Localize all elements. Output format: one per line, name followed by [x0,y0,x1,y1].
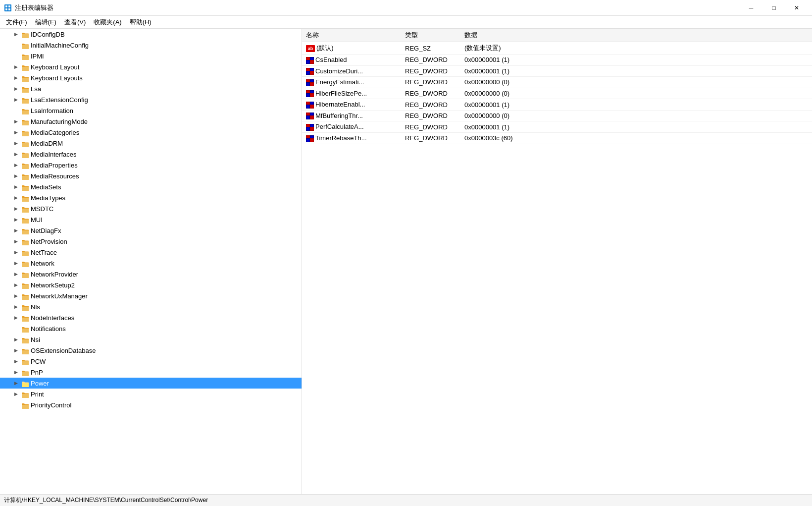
value-type: REG_DWORD [401,55,460,66]
minimize-button[interactable]: ─ [740,0,762,16]
expand-icon-mediaresources[interactable]: ▶ [12,172,20,180]
expand-icon-keyboardlayout[interactable]: ▶ [12,63,20,71]
tree-item-msdtc[interactable]: ▶ MSDTC [0,203,302,214]
expand-icon-power[interactable]: ▶ [12,379,20,387]
tree-item-netprovision[interactable]: ▶ NetProvision [0,236,302,247]
tree-label-pcw: PCW [31,358,46,365]
expand-icon-idconfigdb[interactable]: ▶ [12,30,20,38]
tree-item-nodeinterfaces[interactable]: ▶ NodeInterfaces [0,312,302,323]
tree-item-lsa[interactable]: ▶ Lsa [0,83,302,94]
expand-icon-print[interactable]: ▶ [12,390,20,398]
expand-icon-networkuxmanager[interactable]: ▶ [12,292,20,300]
tree-label-network: Network [31,260,54,267]
tree-item-mediasets[interactable]: ▶ MediaSets [0,181,302,192]
tree-item-keyboardlayout[interactable]: ▶ Keyboard Layout [0,61,302,72]
col-header-type[interactable]: 类型 [401,29,460,42]
table-row[interactable]: CsEnabledREG_DWORD0x00000001 (1) [302,55,812,66]
tree-item-manufacturingmode[interactable]: ▶ ManufacturingMode [0,116,302,127]
tree-label-pnp: PnP [31,369,43,376]
tree-label-lsaextensionconfig: LsaExtensionConfig [31,96,88,104]
tree-item-nettrace[interactable]: ▶ NetTrace [0,247,302,258]
tree-item-mediacategories[interactable]: ▶ MediaCategories [0,127,302,138]
expand-icon-keyboardlayouts[interactable]: ▶ [12,74,20,82]
tree-item-pcw[interactable]: ▶ PCW [0,356,302,367]
tree-item-print[interactable]: ▶ Print [0,389,302,399]
expand-icon-nsi[interactable]: ▶ [12,336,20,343]
tree-label-lsainformation: LsaInformation [31,107,73,114]
close-button[interactable]: ✕ [785,0,808,16]
expand-icon-mediainterfaces[interactable]: ▶ [12,150,20,158]
table-row[interactable]: ab(默认)REG_SZ(数值未设置) [302,42,812,55]
tree-item-networksetup2[interactable]: ▶ NetworkSetup2 [0,280,302,290]
expand-icon-netprovision[interactable]: ▶ [12,237,20,245]
tree-item-idconfigdb[interactable]: ▶ IDConfigDB [0,29,302,40]
tree-item-lsaextensionconfig[interactable]: ▶ LsaExtensionConfig [0,94,302,105]
table-row[interactable]: HibernateEnabl...REG_DWORD0x00000001 (1) [302,99,812,111]
tree-item-prioritycontrol[interactable]: PriorityControl [0,399,302,410]
expand-icon-nls[interactable]: ▶ [12,303,20,311]
expand-icon-osextensiondatabase[interactable]: ▶ [12,346,20,354]
expand-icon-mediadrm[interactable]: ▶ [12,139,20,147]
expand-icon-mediacategories[interactable]: ▶ [12,128,20,136]
maximize-button[interactable]: □ [762,0,785,16]
tree-label-print: Print [31,391,44,398]
expand-icon-mediatypes[interactable]: ▶ [12,194,20,202]
expand-icon-networksetup2[interactable]: ▶ [12,281,20,289]
expand-icon-mui[interactable]: ▶ [12,216,20,224]
tree-item-network[interactable]: ▶ Network [0,258,302,269]
tree-item-mediainterfaces[interactable]: ▶ MediaInterfaces [0,149,302,160]
tree-item-netdiagfx[interactable]: ▶ NetDiagFx [0,225,302,236]
folder-icon-nodeinterfaces [21,314,29,321]
tree-label-networkuxmanager: NetworkUxManager [31,292,88,300]
tree-item-initialmachineconfig[interactable]: InitialMachineConfig [0,40,302,51]
tree-item-networkuxmanager[interactable]: ▶ NetworkUxManager [0,290,302,301]
tree-item-notifications[interactable]: Notifications [0,323,302,334]
tree-item-nsi[interactable]: ▶ Nsi [0,334,302,345]
expand-icon-networkprovider[interactable]: ▶ [12,270,20,278]
menu-help[interactable]: 帮助(H) [126,17,155,28]
expand-icon-lsaextensionconfig[interactable]: ▶ [12,96,20,104]
expand-icon-nettrace[interactable]: ▶ [12,248,20,256]
folder-icon-mediacategories [21,129,29,136]
tree-item-ipmi[interactable]: IPMI [0,51,302,61]
value-type: REG_SZ [401,42,460,55]
expand-icon-mediasets[interactable]: ▶ [12,183,20,191]
tree-item-mui[interactable]: ▶ MUI [0,214,302,225]
expand-icon-manufacturingmode[interactable]: ▶ [12,117,20,125]
folder-icon-nsi [21,336,29,343]
col-header-data[interactable]: 数据 [460,29,812,42]
expand-icon-msdtc[interactable]: ▶ [12,205,20,213]
menu-file[interactable]: 文件(F) [2,17,31,28]
tree-item-nls[interactable]: ▶ Nls [0,301,302,312]
expand-icon-pnp[interactable]: ▶ [12,368,20,376]
folder-icon-networkuxmanager [21,292,29,299]
value-name: PerfCalculateA... [302,121,401,133]
table-row[interactable]: CustomizeDuri...REG_DWORD0x00000001 (1) [302,65,812,77]
tree-item-mediaproperties[interactable]: ▶ MediaProperties [0,160,302,170]
expand-icon-netdiagfx[interactable]: ▶ [12,226,20,234]
col-header-name[interactable]: 名称 [302,29,401,42]
tree-item-lsainformation[interactable]: LsaInformation [0,105,302,116]
expand-icon-mediaproperties[interactable]: ▶ [12,161,20,169]
menu-view[interactable]: 查看(V) [60,17,90,28]
expand-icon-nodeinterfaces[interactable]: ▶ [12,314,20,322]
table-row[interactable]: EnergyEstimati...REG_DWORD0x00000000 (0) [302,77,812,88]
menu-favorites[interactable]: 收藏夹(A) [90,17,125,28]
table-row[interactable]: PerfCalculateA...REG_DWORD0x00000001 (1) [302,121,812,133]
expand-icon-lsa[interactable]: ▶ [12,85,20,93]
table-row[interactable]: MfBufferingThr...REG_DWORD0x00000000 (0) [302,110,812,121]
tree-item-osextensiondatabase[interactable]: ▶ OSExtensionDatabase [0,345,302,356]
tree-item-keyboardlayouts[interactable]: ▶ Keyboard Layouts [0,72,302,83]
tree-item-networkprovider[interactable]: ▶ NetworkProvider [0,269,302,280]
tree-item-pnp[interactable]: ▶ PnP [0,367,302,378]
tree-item-mediatypes[interactable]: ▶ MediaTypes [0,192,302,203]
table-row[interactable]: HiberFileSizePe...REG_DWORD0x00000000 (0… [302,88,812,99]
menu-edit[interactable]: 编辑(E) [31,17,60,28]
expand-icon-pcw[interactable]: ▶ [12,357,20,365]
tree-item-power[interactable]: ▶ Power [0,378,302,389]
expand-icon-network[interactable]: ▶ [12,259,20,267]
tree-scroll[interactable]: ▶ IDConfigDB InitialMachineConfig IPMI▶ … [0,29,302,494]
table-row[interactable]: TimerRebaseTh...REG_DWORD0x0000003c (60) [302,132,812,144]
tree-item-mediadrm[interactable]: ▶ MediaDRM [0,138,302,149]
tree-item-mediaresources[interactable]: ▶ MediaResources [0,170,302,181]
